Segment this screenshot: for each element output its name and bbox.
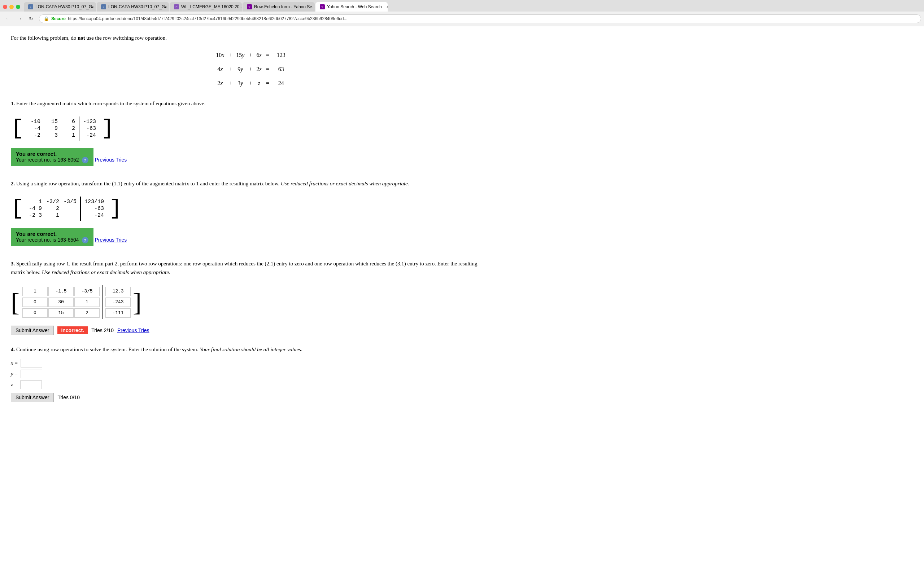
equation-row-3: −2x + 3y + z = −24 <box>210 76 288 90</box>
question-1-section: 1. Enter the augmented matrix which corr… <box>11 99 487 169</box>
q2-feedback: You are correct. Your receipt no. is 163… <box>11 228 487 249</box>
q3-r2c3-input[interactable] <box>74 298 100 307</box>
maximize-window-btn[interactable] <box>16 5 20 9</box>
q2-r1c1: 1 <box>29 199 42 205</box>
q2-r3c1: -2 3 <box>29 213 42 219</box>
back-button[interactable]: ← <box>3 14 13 24</box>
q3-r3c2-input[interactable] <box>48 308 74 318</box>
forward-button[interactable]: → <box>15 14 24 24</box>
q4-y-input[interactable] <box>21 370 42 378</box>
q4-text: 4. Continue using row operations to solv… <box>11 345 487 354</box>
q3-r1c4-input[interactable] <box>105 287 131 296</box>
q3-bracket-left: [ <box>11 285 19 319</box>
svg-text:P: P <box>175 5 177 9</box>
q1-r2c3: 2 <box>63 126 75 132</box>
q2-help-icon[interactable]: ? <box>82 237 89 243</box>
svg-text:L: L <box>103 5 105 9</box>
q2-r2c4: -63 <box>84 206 104 212</box>
q2-previous-tries-link[interactable]: Previous Tries <box>95 237 127 243</box>
address-bar[interactable]: 🔒 Secure https://loncapa04.purdue.edu/en… <box>39 15 921 23</box>
browser-tab-2[interactable]: L LON-CAPA HW30:P10_07_Ga... ✕ <box>97 2 169 11</box>
q3-submit-button[interactable]: Submit Answer <box>11 326 54 335</box>
q3-previous-tries-link[interactable]: Previous Tries <box>117 327 149 333</box>
q3-incorrect-badge: Incorrect. <box>57 326 88 334</box>
eq1-rhs: −123 <box>271 48 288 62</box>
q1-r2c2: 9 <box>46 126 58 132</box>
eq2-equals: = <box>264 62 271 76</box>
q3-r1c1-input[interactable] <box>23 287 48 296</box>
tab-label-4: Row-Echelon form - Yahoo Se... <box>254 4 315 10</box>
nav-buttons: ← → ↻ <box>3 14 36 24</box>
eq2-plus1: + <box>226 62 234 76</box>
q3-r3c3-input[interactable] <box>74 308 100 318</box>
q4-z-input[interactable] <box>20 380 42 389</box>
q2-matrix-body: 1 -3/2 -3/5 -4 9 2 -2 3 1 123/10 -63 -24 <box>25 197 108 221</box>
tab-label-1: LON-CAPA HW30:P10_07_Ga... <box>36 4 96 10</box>
q2-receipt: Your receipt no. is 163-6504 ? <box>16 237 89 243</box>
q3-text: 3. Specifically using row 1, the result … <box>11 259 487 277</box>
q1-r2c1: -4 <box>29 126 40 132</box>
q4-submit-button[interactable]: Submit Answer <box>11 393 54 402</box>
q3-note: Use reduced fractions or exact decimals … <box>42 269 170 275</box>
eq1-term3: 6z <box>254 48 264 62</box>
q3-r3c1-input[interactable] <box>23 308 48 318</box>
q2-r3c3 <box>63 213 76 219</box>
q2-r1c2: -3/2 <box>46 199 59 205</box>
q2-text: 2. Using a single row operation, transfo… <box>11 179 487 188</box>
eq3-term1: −2x <box>210 76 226 90</box>
browser-tab-1[interactable]: L LON-CAPA HW30:P10_07_Ga... ✕ <box>24 2 96 11</box>
q3-r2c4-input[interactable] <box>105 298 131 307</box>
yahoo-icon-4: Y <box>247 4 252 10</box>
q4-y-label: y = <box>11 371 18 377</box>
reload-button[interactable]: ↻ <box>26 14 36 24</box>
q1-previous-tries-link[interactable]: Previous Tries <box>95 157 127 163</box>
lock-icon: 🔒 <box>44 16 49 21</box>
q1-correct-banner: You are correct. Your receipt no. is 163… <box>11 148 94 166</box>
tab-bar: L LON-CAPA HW30:P10_07_Ga... ✕ L LON-CAP… <box>0 0 924 11</box>
browser-tab-3[interactable]: P WL_LCMERGE_MA 16020.20... ✕ <box>170 2 242 11</box>
q3-r3c4-input[interactable] <box>105 308 131 318</box>
q2-r2c3 <box>63 206 76 212</box>
q3-matrix-rhs-grid <box>102 285 133 319</box>
eq1-term1: −10x <box>210 48 226 62</box>
eq2-term1: −4x <box>210 62 226 76</box>
tab-close-5[interactable]: ✕ <box>386 5 388 10</box>
page-content: For the following problem, do not use th… <box>0 26 498 419</box>
q2-matrix-left: 1 -3/2 -3/5 -4 9 2 -2 3 1 <box>25 197 81 221</box>
question-4-section: 4. Continue using row operations to solv… <box>11 345 487 402</box>
tab-label-2: LON-CAPA HW30:P10_07_Ga... <box>108 4 169 10</box>
eq3-term2: 3y <box>234 76 247 90</box>
q1-r3c2: 3 <box>46 132 58 139</box>
q1-help-icon[interactable]: ? <box>82 157 89 163</box>
svg-text:L: L <box>30 5 32 9</box>
eq2-term2: 9y <box>234 62 247 76</box>
browser-tab-5[interactable]: Y Yahoo Search - Web Search ✕ <box>315 2 388 11</box>
q4-x-input[interactable] <box>21 359 42 367</box>
q3-r2c1-input[interactable] <box>23 298 48 307</box>
q1-matrix: [ -10 15 6 -4 9 2 -2 3 1 -123 -63 -24 <box>11 116 114 141</box>
eq1-term2: 15y <box>234 48 247 62</box>
q1-receipt: Your receipt no. is 163-8052 ? <box>16 157 89 163</box>
eq3-rhs: −24 <box>271 76 288 90</box>
close-window-btn[interactable] <box>3 5 7 9</box>
q2-r2c2: 2 <box>46 206 59 212</box>
q3-matrix-body <box>19 285 133 319</box>
url-protocol: Secure <box>51 16 66 21</box>
q1-r1c2: 15 <box>46 119 58 125</box>
q2-matrix: [ 1 -3/2 -3/5 -4 9 2 -2 3 1 123/10 -63 -… <box>11 197 122 221</box>
q1-bracket-left: [ <box>11 118 24 139</box>
q3-r1c3-input[interactable] <box>74 287 100 296</box>
browser-tab-4[interactable]: Y Row-Echelon form - Yahoo Se... ✕ <box>242 2 315 11</box>
q3-bracket-right: ] <box>133 285 142 319</box>
q2-note: Use reduced fractions or exact decimals … <box>281 181 409 187</box>
q3-r1c2-input[interactable] <box>48 287 74 296</box>
loncapa-icon-2: L <box>101 4 106 10</box>
eq3-plus2: + <box>247 76 254 90</box>
q4-y-row: y = <box>11 370 487 378</box>
q2-bracket-right: ] <box>109 198 122 219</box>
minimize-window-btn[interactable] <box>10 5 14 9</box>
q3-r2c2-input[interactable] <box>48 298 74 307</box>
question-3-section: 3. Specifically using row 1, the result … <box>11 259 487 335</box>
q4-x-label: x = <box>11 360 18 366</box>
q3-matrix-left-grid <box>19 285 102 319</box>
